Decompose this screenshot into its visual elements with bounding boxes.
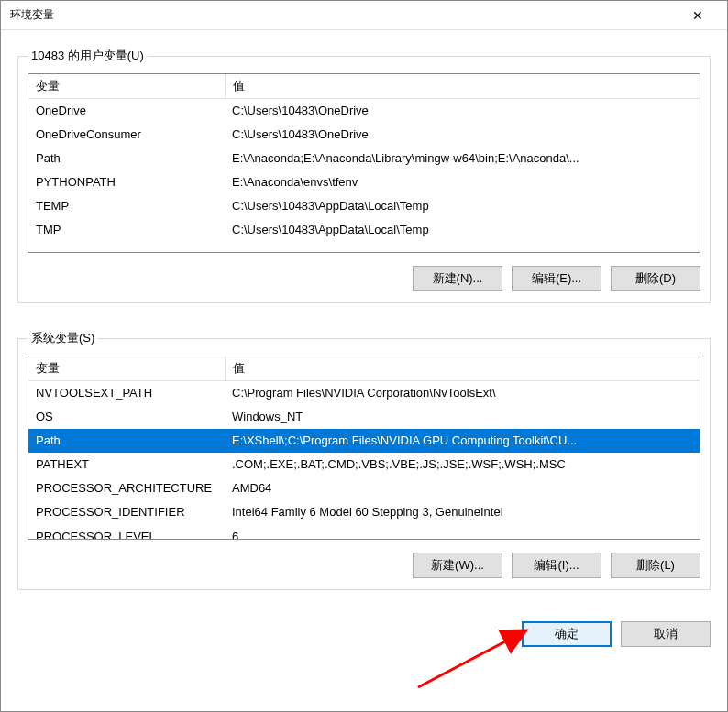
system-vars-group: 系统变量(S) 变量 值 NVTOOLSEXT_PATHC:\Program F…	[17, 338, 711, 590]
cell-variable: TMP	[28, 218, 225, 242]
cell-variable: PROCESSOR_ARCHITECTURE	[28, 476, 225, 500]
titlebar: 环境变量 ✕	[1, 1, 727, 30]
table-row[interactable]: OneDriveConsumerC:\Users\10483\OneDrive	[28, 123, 700, 147]
close-icon[interactable]: ✕	[677, 2, 718, 29]
cell-variable: Path	[28, 147, 225, 170]
cell-value: C:\Users\10483\OneDrive	[225, 99, 700, 124]
system-vars-group-label: 系统变量(S)	[28, 330, 98, 346]
table-row[interactable]: PATHEXT.COM;.EXE;.BAT;.CMD;.VBS;.VBE;.JS…	[28, 453, 700, 476]
cell-variable: OneDriveConsumer	[28, 123, 225, 147]
table-row[interactable]: OSWindows_NT	[28, 405, 700, 429]
table-row[interactable]: OneDriveC:\Users\10483\OneDrive	[28, 99, 700, 124]
cell-value: Intel64 Family 6 Model 60 Stepping 3, Ge…	[225, 500, 700, 524]
ok-button[interactable]: 确定	[522, 621, 612, 647]
cell-variable: PROCESSOR_IDENTIFIER	[28, 500, 225, 524]
table-row[interactable]: PROCESSOR_ARCHITECTUREAMD64	[28, 476, 700, 500]
cell-value: Windows_NT	[225, 405, 700, 429]
cell-value: C:\Users\10483\AppData\Local\Temp	[225, 218, 700, 242]
table-row[interactable]: PROCESSOR_IDENTIFIERIntel64 Family 6 Mod…	[28, 500, 700, 524]
cancel-button[interactable]: 取消	[621, 621, 711, 647]
system-vars-table[interactable]: 变量 值 NVTOOLSEXT_PATHC:\Program Files\NVI…	[28, 356, 700, 540]
cell-value: C:\Program Files\NVIDIA Corporation\NvTo…	[225, 381, 700, 406]
system-vars-table-wrap: 变量 值 NVTOOLSEXT_PATHC:\Program Files\NVI…	[28, 356, 700, 540]
table-header-row: 变量 值	[28, 74, 700, 99]
col-header-value[interactable]: 值	[225, 74, 700, 99]
user-delete-button[interactable]: 删除(D)	[611, 266, 700, 291]
system-vars-buttons: 新建(W)... 编辑(I)... 删除(L)	[28, 553, 700, 578]
cell-variable: TEMP	[28, 194, 225, 218]
table-row[interactable]: TEMPC:\Users\10483\AppData\Local\Temp	[28, 194, 700, 218]
env-vars-dialog: 环境变量 ✕ 10483 的用户变量(U) 变量 值 OneDriveC:\Us…	[0, 0, 728, 712]
user-vars-table[interactable]: 变量 值 OneDriveC:\Users\10483\OneDriveOneD…	[28, 74, 700, 243]
cell-value: E:\Anaconda;E:\Anaconda\Library\mingw-w6…	[225, 147, 700, 170]
col-header-variable[interactable]: 变量	[28, 356, 225, 381]
col-header-value[interactable]: 值	[225, 356, 700, 381]
system-new-button[interactable]: 新建(W)...	[413, 553, 502, 578]
table-row[interactable]: TMPC:\Users\10483\AppData\Local\Temp	[28, 218, 700, 242]
table-row[interactable]: PathE:\Anaconda;E:\Anaconda\Library\ming…	[28, 147, 700, 170]
cell-value: E:\Anaconda\envs\tfenv	[225, 170, 700, 194]
user-edit-button[interactable]: 编辑(E)...	[512, 266, 601, 291]
dialog-body: 10483 的用户变量(U) 变量 值 OneDriveC:\Users\104…	[1, 30, 727, 711]
cell-variable: PATHEXT	[28, 453, 225, 476]
system-delete-button[interactable]: 删除(L)	[611, 553, 700, 578]
table-row[interactable]: PROCESSOR_LEVEL6	[28, 525, 700, 540]
dialog-buttons: 确定 取消	[17, 621, 711, 647]
user-vars-table-wrap: 变量 值 OneDriveC:\Users\10483\OneDriveOneD…	[28, 73, 700, 253]
user-vars-group-label: 10483 的用户变量(U)	[28, 48, 148, 64]
window-title: 环境变量	[10, 7, 677, 23]
col-header-variable[interactable]: 变量	[28, 74, 225, 99]
cell-variable: PYTHONPATH	[28, 170, 225, 194]
table-row[interactable]: PathE:\XShell\;C:\Program Files\NVIDIA G…	[28, 429, 700, 453]
user-vars-buttons: 新建(N)... 编辑(E)... 删除(D)	[28, 266, 700, 291]
cell-variable: NVTOOLSEXT_PATH	[28, 381, 225, 406]
user-vars-group: 10483 的用户变量(U) 变量 值 OneDriveC:\Users\104…	[17, 56, 711, 303]
table-row[interactable]: PYTHONPATHE:\Anaconda\envs\tfenv	[28, 170, 700, 194]
system-edit-button[interactable]: 编辑(I)...	[512, 553, 601, 578]
cell-value: C:\Users\10483\AppData\Local\Temp	[225, 194, 700, 218]
user-new-button[interactable]: 新建(N)...	[413, 266, 502, 291]
cell-variable: Path	[28, 429, 225, 453]
cell-value: 6	[225, 525, 700, 540]
cell-value: AMD64	[225, 476, 700, 500]
cell-variable: OneDrive	[28, 99, 225, 124]
cell-value: C:\Users\10483\OneDrive	[225, 123, 700, 147]
table-row[interactable]: NVTOOLSEXT_PATHC:\Program Files\NVIDIA C…	[28, 381, 700, 406]
cell-value: E:\XShell\;C:\Program Files\NVIDIA GPU C…	[225, 429, 700, 453]
cell-value: .COM;.EXE;.BAT;.CMD;.VBS;.VBE;.JS;.JSE;.…	[225, 453, 700, 476]
cell-variable: PROCESSOR_LEVEL	[28, 525, 225, 540]
cell-variable: OS	[28, 405, 225, 429]
table-header-row: 变量 值	[28, 356, 700, 381]
